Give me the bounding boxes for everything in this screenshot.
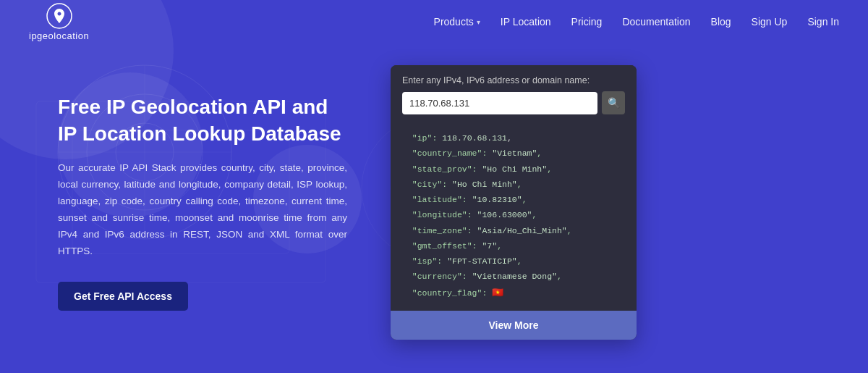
view-more-button[interactable]: View More bbox=[391, 311, 637, 340]
nav-item-products[interactable]: Products ▾ bbox=[434, 16, 480, 28]
nav-item-ip-location[interactable]: IP Location bbox=[501, 16, 551, 28]
result-flag: "country_flag": 🇻🇳 bbox=[402, 285, 625, 302]
ip-card: Enter any IPv4, IPv6 address or domain n… bbox=[391, 65, 637, 340]
result-currency: "currency": "Vietnamese Dong", bbox=[402, 269, 625, 284]
nav-links: Products ▾ IP Location Pricing Documenta… bbox=[434, 16, 839, 28]
ip-search-row: 🔍 bbox=[402, 91, 625, 114]
ip-result-display: "ip": 118.70.68.131, "country_name": "Vi… bbox=[391, 122, 637, 302]
ip-search-input[interactable] bbox=[402, 92, 597, 114]
nav-label-signup: Sign Up bbox=[752, 16, 788, 28]
map-pin-icon bbox=[46, 3, 72, 29]
nav-link-documentation[interactable]: Documentation bbox=[622, 16, 690, 28]
result-city: "city": "Ho Chi Minh", bbox=[402, 177, 625, 192]
navbar: ipgeolocation Products ▾ IP Location Pri… bbox=[0, 0, 868, 43]
chevron-down-icon: ▾ bbox=[477, 18, 480, 26]
get-api-access-button[interactable]: Get Free API Access bbox=[58, 282, 188, 311]
nav-link-ip-location[interactable]: IP Location bbox=[501, 16, 551, 28]
result-ip: "ip": 118.70.68.131, bbox=[402, 130, 625, 146]
result-isp: "isp": "FPT-STATICIP", bbox=[402, 253, 625, 269]
result-country: "country_name": "Vietnam", bbox=[402, 146, 625, 161]
logo[interactable]: ipgeolocation bbox=[29, 3, 89, 41]
nav-link-blog[interactable]: Blog bbox=[711, 16, 731, 28]
search-icon: 🔍 bbox=[608, 97, 620, 109]
nav-item-signup[interactable]: Sign Up bbox=[752, 16, 788, 28]
ip-lookup-panel: Enter any IPv4, IPv6 address or domain n… bbox=[391, 65, 637, 340]
logo-text: ipgeolocation bbox=[29, 30, 89, 41]
result-timezone: "time_zone": "Asia/Ho_Chi_Minh", bbox=[402, 223, 625, 238]
hero-panel: Free IP Geolocation API and IP Location … bbox=[58, 94, 347, 310]
ip-card-header: Enter any IPv4, IPv6 address or domain n… bbox=[391, 65, 637, 122]
nav-link-products[interactable]: Products ▾ bbox=[434, 16, 480, 28]
main-content: Free IP Geolocation API and IP Location … bbox=[0, 51, 868, 340]
hero-title: Free IP Geolocation API and IP Location … bbox=[58, 94, 347, 147]
search-button[interactable]: 🔍 bbox=[602, 91, 625, 114]
nav-label-pricing: Pricing bbox=[571, 16, 603, 28]
nav-label-blog: Blog bbox=[711, 16, 731, 28]
nav-link-pricing[interactable]: Pricing bbox=[571, 16, 603, 28]
nav-item-signin[interactable]: Sign In bbox=[807, 16, 839, 28]
nav-label-ip-location: IP Location bbox=[501, 16, 551, 28]
nav-label-signin: Sign In bbox=[807, 16, 839, 28]
hero-description: Our accurate IP API Stack provides count… bbox=[58, 160, 347, 260]
nav-label-products: Products bbox=[434, 16, 474, 28]
nav-label-documentation: Documentation bbox=[622, 16, 690, 28]
nav-item-blog[interactable]: Blog bbox=[711, 16, 731, 28]
nav-item-pricing[interactable]: Pricing bbox=[571, 16, 603, 28]
result-longitude: "longitude": "106.63000", bbox=[402, 207, 625, 222]
result-state: "state_prov": "Ho Chi Minh", bbox=[402, 162, 625, 177]
ip-input-label: Enter any IPv4, IPv6 address or domain n… bbox=[402, 75, 625, 85]
result-latitude: "latitude": "10.82310", bbox=[402, 192, 625, 207]
nav-item-documentation[interactable]: Documentation bbox=[622, 16, 690, 28]
nav-link-signup[interactable]: Sign Up bbox=[752, 16, 788, 28]
nav-link-signin[interactable]: Sign In bbox=[807, 16, 839, 28]
result-gmt: "gmt_offset": "7", bbox=[402, 238, 625, 253]
